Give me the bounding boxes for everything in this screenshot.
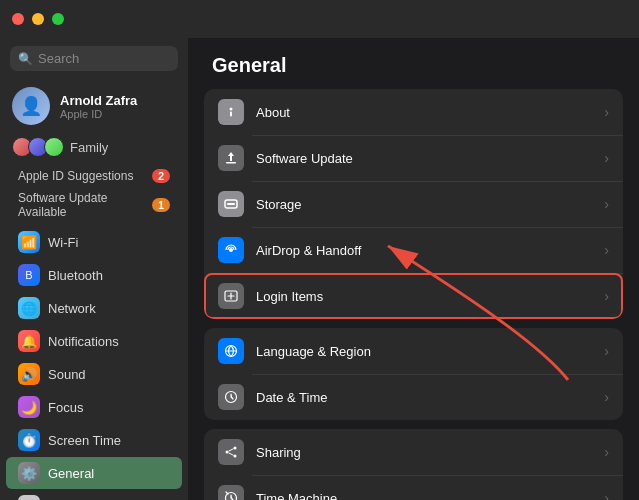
settings-item-software-update-label: Software Update xyxy=(256,151,592,166)
settings-item-software-update[interactable]: Software Update › xyxy=(204,135,623,181)
sidebar-item-wifi-label: Wi-Fi xyxy=(48,235,78,250)
sharing-chevron: › xyxy=(604,444,609,460)
sidebar-item-appearance[interactable]: 🎨 Appearance xyxy=(6,490,182,500)
datetime-chevron: › xyxy=(604,389,609,405)
wifi-icon: 📶 xyxy=(18,231,40,253)
user-name: Arnold Zafra xyxy=(60,93,137,108)
sidebar-item-network[interactable]: 🌐 Network xyxy=(6,292,182,324)
datetime-icon xyxy=(218,384,244,410)
user-profile[interactable]: 👤 Arnold Zafra Apple ID xyxy=(0,79,188,133)
close-button[interactable] xyxy=(12,13,24,25)
sidebar-item-general[interactable]: ⚙️ General xyxy=(6,457,182,489)
about-icon xyxy=(218,99,244,125)
content-title: General xyxy=(188,38,639,89)
settings-item-time-machine[interactable]: Time Machine › xyxy=(204,475,623,500)
airdrop-icon xyxy=(218,237,244,263)
login-items-icon xyxy=(218,283,244,309)
settings-item-airdrop[interactable]: AirDrop & Handoff › xyxy=(204,227,623,273)
login-items-chevron: › xyxy=(604,288,609,304)
sidebar-item-bluetooth[interactable]: B Bluetooth xyxy=(6,259,182,291)
time-machine-chevron: › xyxy=(604,490,609,500)
settings-group-3: Sharing › Time Machine › T xyxy=(204,429,623,500)
settings-item-datetime[interactable]: Date & Time › xyxy=(204,374,623,420)
settings-item-sharing-label: Sharing xyxy=(256,445,592,460)
svg-rect-4 xyxy=(227,203,235,205)
settings-item-sharing[interactable]: Sharing › xyxy=(204,429,623,475)
update-label: Software Update Available xyxy=(18,191,152,219)
svg-point-10 xyxy=(226,451,229,454)
sidebar-item-notifications-label: Notifications xyxy=(48,334,119,349)
update-badge: 1 xyxy=(152,198,170,212)
content-area: General About › Softwa xyxy=(188,38,639,500)
avatar: 👤 xyxy=(12,87,50,125)
settings-item-storage-label: Storage xyxy=(256,197,592,212)
content-wrapper: General About › Softwa xyxy=(188,38,639,500)
settings-item-datetime-label: Date & Time xyxy=(256,390,592,405)
settings-item-about[interactable]: About › xyxy=(204,89,623,135)
settings-item-storage[interactable]: Storage › xyxy=(204,181,623,227)
sidebar-item-screen-time[interactable]: ⏱️ Screen Time xyxy=(6,424,182,456)
storage-icon xyxy=(218,191,244,217)
settings-item-login-items-label: Login Items xyxy=(256,289,592,304)
search-box[interactable]: 🔍 Search xyxy=(10,46,178,71)
suggestions-label: Apple ID Suggestions xyxy=(18,169,133,183)
focus-icon: 🌙 xyxy=(18,396,40,418)
sound-icon: 🔊 xyxy=(18,363,40,385)
user-info: Arnold Zafra Apple ID xyxy=(60,93,137,120)
svg-point-0 xyxy=(230,108,233,111)
settings-item-time-machine-label: Time Machine xyxy=(256,491,592,501)
apple-id-suggestions[interactable]: Apple ID Suggestions 2 xyxy=(6,166,182,186)
maximize-button[interactable] xyxy=(52,13,64,25)
sidebar-item-screen-time-label: Screen Time xyxy=(48,433,121,448)
settings-item-about-label: About xyxy=(256,105,592,120)
sidebar-item-general-label: General xyxy=(48,466,94,481)
appearance-icon: 🎨 xyxy=(18,495,40,500)
search-icon: 🔍 xyxy=(18,52,33,66)
time-machine-icon xyxy=(218,485,244,500)
software-update-chevron: › xyxy=(604,150,609,166)
svg-point-8 xyxy=(234,447,237,450)
language-icon xyxy=(218,338,244,364)
svg-rect-2 xyxy=(226,162,236,164)
user-subtitle: Apple ID xyxy=(60,108,137,120)
sidebar-item-network-label: Network xyxy=(48,301,96,316)
suggestions-badge: 2 xyxy=(152,169,170,183)
settings-group-2: Language & Region › Date & Time › xyxy=(204,328,623,420)
screen-time-icon: ⏱️ xyxy=(18,429,40,451)
family-label: Family xyxy=(70,140,108,155)
settings-item-login-items[interactable]: Login Items › xyxy=(204,273,623,319)
notifications-icon: 🔔 xyxy=(18,330,40,352)
settings-list: About › Software Update › xyxy=(188,89,639,500)
software-update-meta[interactable]: Software Update Available 1 xyxy=(6,188,182,222)
family-avatar-3 xyxy=(44,137,64,157)
svg-rect-1 xyxy=(230,112,232,117)
settings-group-1: About › Software Update › xyxy=(204,89,623,319)
sidebar-item-focus[interactable]: 🌙 Focus xyxy=(6,391,182,423)
about-chevron: › xyxy=(604,104,609,120)
settings-item-language-label: Language & Region xyxy=(256,344,592,359)
sidebar-item-wifi[interactable]: 📶 Wi-Fi xyxy=(6,226,182,258)
sidebar-item-sound-label: Sound xyxy=(48,367,86,382)
bluetooth-icon: B xyxy=(18,264,40,286)
sharing-icon xyxy=(218,439,244,465)
minimize-button[interactable] xyxy=(32,13,44,25)
general-icon: ⚙️ xyxy=(18,462,40,484)
sidebar-item-notifications[interactable]: 🔔 Notifications xyxy=(6,325,182,357)
settings-item-language[interactable]: Language & Region › xyxy=(204,328,623,374)
network-icon: 🌐 xyxy=(18,297,40,319)
airdrop-chevron: › xyxy=(604,242,609,258)
sidebar-item-bluetooth-label: Bluetooth xyxy=(48,268,103,283)
svg-point-9 xyxy=(234,455,237,458)
language-chevron: › xyxy=(604,343,609,359)
sidebar-item-focus-label: Focus xyxy=(48,400,83,415)
storage-chevron: › xyxy=(604,196,609,212)
sidebar-item-sound[interactable]: 🔊 Sound xyxy=(6,358,182,390)
title-bar xyxy=(0,0,639,38)
software-update-icon xyxy=(218,145,244,171)
main-container: 🔍 Search 👤 Arnold Zafra Apple ID Family xyxy=(0,38,639,500)
family-row[interactable]: Family xyxy=(0,133,188,165)
sidebar: 🔍 Search 👤 Arnold Zafra Apple ID Family xyxy=(0,38,188,500)
sidebar-nav: 📶 Wi-Fi B Bluetooth 🌐 Network 🔔 Notifica… xyxy=(0,223,188,500)
search-placeholder: Search xyxy=(38,51,79,66)
family-avatars xyxy=(12,137,64,157)
